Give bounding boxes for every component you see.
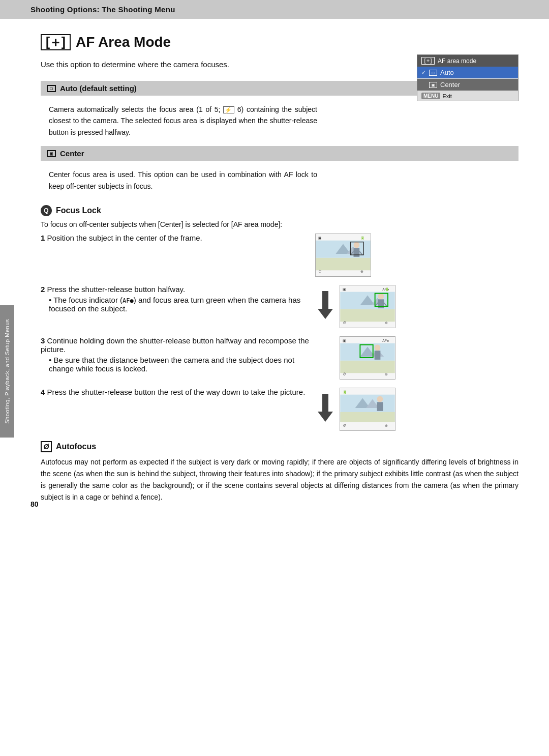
svg-rect-27 xyxy=(378,299,384,308)
step-1-images: ▣ 🔋 ⏱ xyxy=(315,234,427,277)
title-icon: [+] xyxy=(41,34,71,50)
svg-text:⊕: ⊕ xyxy=(385,372,388,376)
svg-text:⊕: ⊕ xyxy=(360,270,363,273)
step-3-content: Continue holding down the shutter-releas… xyxy=(41,336,309,354)
autofocus-section: Ø Autofocus Autofocus may not perform as… xyxy=(41,441,518,503)
step-2-content: Press the shutter-release button halfway… xyxy=(47,285,186,294)
step-2-bullet-1: The focus indicator (AF●) and focus area… xyxy=(49,296,310,313)
title-text: AF Area Mode xyxy=(76,34,171,50)
step-2-number: 2 xyxy=(41,285,47,294)
camera-menu-footer: MENU Exit xyxy=(417,91,518,101)
step-4-number: 4 xyxy=(41,388,47,396)
svg-text:⊕: ⊕ xyxy=(385,424,388,427)
svg-rect-45 xyxy=(322,394,328,412)
step-2-arrow xyxy=(315,291,336,322)
camera-menu-item-auto[interactable]: ✓ ◻ Auto xyxy=(417,67,518,79)
step-2-row: 2 Press the shutter-release button halfw… xyxy=(41,285,518,328)
svg-rect-8 xyxy=(354,248,360,257)
step-3-bullet-1: Be sure that the distance between the ca… xyxy=(49,356,310,373)
camera-menu-title-text: AF area mode xyxy=(438,57,476,65)
svg-text:▣: ▣ xyxy=(343,287,346,291)
svg-rect-37 xyxy=(340,361,394,373)
flash-icon: ⚡ xyxy=(223,106,234,113)
auto-section-icon: ◻ xyxy=(47,85,56,92)
page-number: 80 xyxy=(30,500,39,508)
svg-rect-4 xyxy=(316,258,370,270)
svg-point-40 xyxy=(375,345,381,351)
svg-text:⊕: ⊕ xyxy=(385,321,388,325)
center-icon: ▣ xyxy=(429,82,437,88)
step-3-camera-screen: ▣ AF● ⏱ ⊕ xyxy=(340,336,395,380)
svg-rect-23 xyxy=(340,309,394,322)
svg-rect-50 xyxy=(340,412,394,422)
page-title: [+] AF Area Mode xyxy=(41,34,518,50)
camera-menu-title: [+] AF area mode xyxy=(417,55,518,67)
step-4-content: Press the shutter-release button the res… xyxy=(47,388,306,396)
auto-label: Auto xyxy=(440,69,454,76)
focus-lock-section: Q Focus Lock To focus on off-center subj… xyxy=(41,205,518,431)
autofocus-text: Autofocus may not perform as expected if… xyxy=(41,456,518,503)
svg-point-26 xyxy=(378,294,384,300)
step-3-text: 3 Continue holding down the shutter-rele… xyxy=(41,336,310,373)
menu-button[interactable]: MENU xyxy=(421,93,440,99)
center-label: Center xyxy=(440,81,460,89)
center-section-title: Center xyxy=(60,149,84,158)
main-content: [+] AF area mode ✓ ◻ Auto ✓ ▣ Center MEN… xyxy=(0,19,549,518)
auto-section-body: Camera automatically selects the focus a… xyxy=(41,101,325,146)
svg-text:⏱: ⏱ xyxy=(343,424,346,427)
svg-point-53 xyxy=(377,396,383,402)
focus-lock-icon: Q xyxy=(41,205,52,216)
autofocus-icon: Ø xyxy=(41,441,52,452)
focus-lock-title: Focus Lock xyxy=(56,206,101,215)
step-4-text: 4 Press the shutter-release button the r… xyxy=(41,388,310,396)
menu-title-icon: [+] xyxy=(421,57,435,65)
step-3-number: 3 xyxy=(41,336,47,345)
focus-lock-header: Q Focus Lock xyxy=(41,205,518,216)
svg-text:⏱: ⏱ xyxy=(343,372,346,376)
step-3-row: 3 Continue holding down the shutter-rele… xyxy=(41,336,518,380)
step-1-row: 1 Position the subject in the center of … xyxy=(41,234,518,277)
step-4-camera-screen: 🔋 ⏱ ⊕ xyxy=(340,388,395,431)
camera-menu-box: [+] AF area mode ✓ ◻ Auto ✓ ▣ Center MEN… xyxy=(417,54,518,101)
center-section-body: Center focus area is used. This option c… xyxy=(41,166,325,200)
center-section: ▣ Center Center focus area is used. This… xyxy=(41,146,518,200)
step-2-text: 2 Press the shutter-release button halfw… xyxy=(41,285,310,313)
step-4-arrow xyxy=(315,394,336,424)
step-2-camera-screen: ▣ AF● 🔋 ⏱ ⊕ xyxy=(340,285,395,328)
svg-text:⏱: ⏱ xyxy=(343,321,346,325)
svg-marker-17 xyxy=(318,309,333,319)
step-2-images: ▣ AF● 🔋 ⏱ ⊕ xyxy=(315,285,427,328)
step-3-bullets: Be sure that the distance between the ca… xyxy=(41,356,310,373)
svg-text:AF●: AF● xyxy=(382,339,389,342)
svg-text:▣: ▣ xyxy=(318,236,322,240)
exit-label: Exit xyxy=(442,93,451,99)
step-2-bullets: The focus indicator (AF●) and focus area… xyxy=(41,296,310,313)
svg-point-7 xyxy=(354,242,360,248)
focus-lock-intro: To focus on off-center subjects when [Ce… xyxy=(41,220,396,228)
auto-section-title: Auto (default setting) xyxy=(60,84,137,93)
checkmark-icon: ✓ xyxy=(421,69,426,76)
svg-text:⏱: ⏱ xyxy=(318,270,322,273)
camera-menu-item-center[interactable]: ✓ ▣ Center xyxy=(417,79,518,91)
svg-marker-46 xyxy=(318,412,333,422)
svg-rect-41 xyxy=(375,351,381,360)
step-1-content: Position the subject in the center of th… xyxy=(47,234,202,242)
autofocus-header: Ø Autofocus xyxy=(41,441,518,452)
svg-text:▣: ▣ xyxy=(343,339,346,342)
header-title: Shooting Options: The Shooting Menu xyxy=(30,5,175,14)
step-4-images: 🔋 ⏱ ⊕ xyxy=(315,388,427,431)
step-3-images: ▣ AF● ⏱ ⊕ xyxy=(315,336,427,380)
svg-rect-54 xyxy=(377,402,383,411)
center-section-icon: ▣ xyxy=(47,150,56,157)
svg-text:🔋: 🔋 xyxy=(360,236,365,240)
step-1-number: 1 xyxy=(41,234,47,242)
step-3-spacer xyxy=(315,342,336,373)
autofocus-title: Autofocus xyxy=(56,442,96,451)
svg-text:🔋: 🔋 xyxy=(385,287,389,292)
auto-icon: ◻ xyxy=(429,70,437,76)
intro-text: Use this option to determine where the c… xyxy=(41,59,325,71)
step-1-camera-screen: ▣ 🔋 ⏱ xyxy=(315,234,371,277)
page-header: Shooting Options: The Shooting Menu xyxy=(0,0,549,19)
step-4-row: 4 Press the shutter-release button the r… xyxy=(41,388,518,431)
step-1-text: 1 Position the subject in the center of … xyxy=(41,234,310,242)
